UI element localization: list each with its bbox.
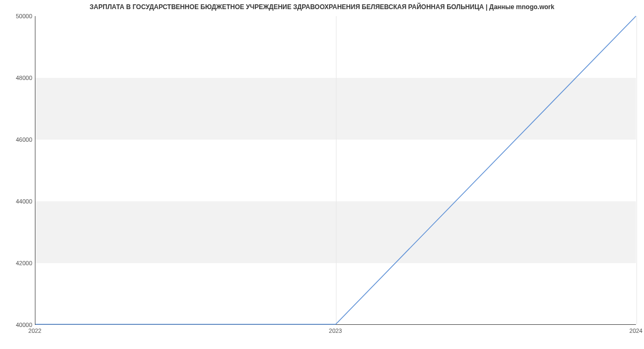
y-tick-label: 48000 (3, 75, 32, 81)
x-tick-label: 2023 (329, 328, 342, 334)
plot-area (35, 16, 636, 325)
y-tick-label: 46000 (3, 136, 32, 143)
chart-container: ЗАРПЛАТА В ГОСУДАРСТВЕННОЕ БЮДЖЕТНОЕ УЧР… (0, 0, 644, 349)
x-tick-label: 2022 (28, 328, 41, 334)
y-tick-label: 40000 (3, 322, 32, 328)
y-tick-label: 44000 (3, 198, 32, 205)
y-tick-label: 42000 (3, 260, 32, 266)
line-series (35, 16, 636, 324)
series-line (35, 16, 636, 324)
y-tick-label: 50000 (3, 13, 32, 19)
x-tick-label: 2024 (630, 328, 642, 334)
chart-title: ЗАРПЛАТА В ГОСУДАРСТВЕННОЕ БЮДЖЕТНОЕ УЧР… (0, 3, 644, 11)
gridline-vertical (636, 16, 637, 324)
